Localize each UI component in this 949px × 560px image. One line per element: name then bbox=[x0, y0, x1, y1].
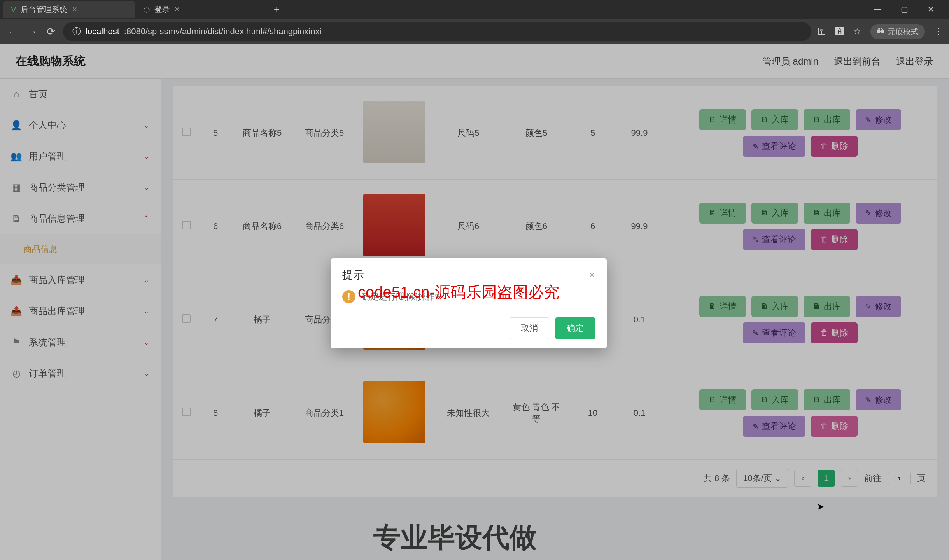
app-root: 在线购物系统 管理员 admin 退出到前台 退出登录 ⌂首页 👤个人中心⌄ 👥… bbox=[0, 44, 949, 560]
confirm-dialog: 提示 × ! 确定进行[删除]操作? 取消 确定 bbox=[331, 258, 607, 348]
warning-icon: ! bbox=[342, 290, 355, 303]
tab-title: 后台管理系统 bbox=[21, 4, 67, 15]
incognito-badge: 🕶 无痕模式 bbox=[870, 24, 925, 39]
menu-icon[interactable]: ⋮ bbox=[934, 26, 943, 37]
tab-close-icon[interactable]: × bbox=[175, 4, 180, 14]
url-host: localhost bbox=[86, 26, 119, 37]
key-icon[interactable]: ⚿ bbox=[818, 26, 826, 37]
nav-bar: ← → ⟳ ⓘ localhost:8080/sp-ssmv/admin/dis… bbox=[0, 19, 949, 44]
tab-favicon: ◌ bbox=[143, 5, 150, 14]
maximize-icon[interactable]: ▢ bbox=[897, 3, 912, 16]
browser-chrome: V 后台管理系统 × ◌ 登录 × + — ▢ ✕ ← → ⟳ ⓘ localh… bbox=[0, 0, 949, 44]
url-path: :8080/sp-ssmv/admin/dist/index.html#/sha… bbox=[124, 26, 321, 37]
tab-close-icon[interactable]: × bbox=[72, 4, 77, 14]
toolbar-right: ⚿ 🅰 ☆ 🕶 无痕模式 ⋮ bbox=[818, 24, 943, 39]
reload-button[interactable]: ⟳ bbox=[45, 24, 57, 39]
info-icon: ⓘ bbox=[72, 26, 81, 37]
incognito-label: 无痕模式 bbox=[888, 26, 919, 37]
window-controls: — ▢ ✕ bbox=[870, 3, 946, 16]
forward-button[interactable]: → bbox=[26, 24, 39, 39]
cancel-button[interactable]: 取消 bbox=[510, 317, 549, 339]
address-bar[interactable]: ⓘ localhost:8080/sp-ssmv/admin/dist/inde… bbox=[63, 22, 811, 41]
confirm-button[interactable]: 确定 bbox=[555, 317, 595, 339]
browser-tab-1[interactable]: V 后台管理系统 × bbox=[3, 1, 135, 18]
close-icon[interactable]: ✕ bbox=[924, 3, 938, 16]
browser-tab-2[interactable]: ◌ 登录 × bbox=[135, 1, 268, 18]
tab-bar: V 后台管理系统 × ◌ 登录 × + — ▢ ✕ bbox=[0, 0, 949, 19]
tab-title: 登录 bbox=[154, 4, 170, 15]
incognito-icon: 🕶 bbox=[877, 27, 884, 36]
new-tab-button[interactable]: + bbox=[268, 4, 286, 16]
minimize-icon[interactable]: — bbox=[870, 3, 885, 16]
translate-icon[interactable]: 🅰 bbox=[835, 26, 844, 37]
watermark-text: code51.cn-源码乐园盗图必究 bbox=[358, 282, 559, 303]
tab-favicon: V bbox=[11, 5, 16, 14]
cursor-icon: ➤ bbox=[817, 501, 825, 512]
dialog-title: 提示 bbox=[342, 268, 364, 282]
star-icon[interactable]: ☆ bbox=[853, 26, 861, 37]
dialog-close-icon[interactable]: × bbox=[589, 269, 595, 281]
back-button[interactable]: ← bbox=[6, 24, 19, 39]
